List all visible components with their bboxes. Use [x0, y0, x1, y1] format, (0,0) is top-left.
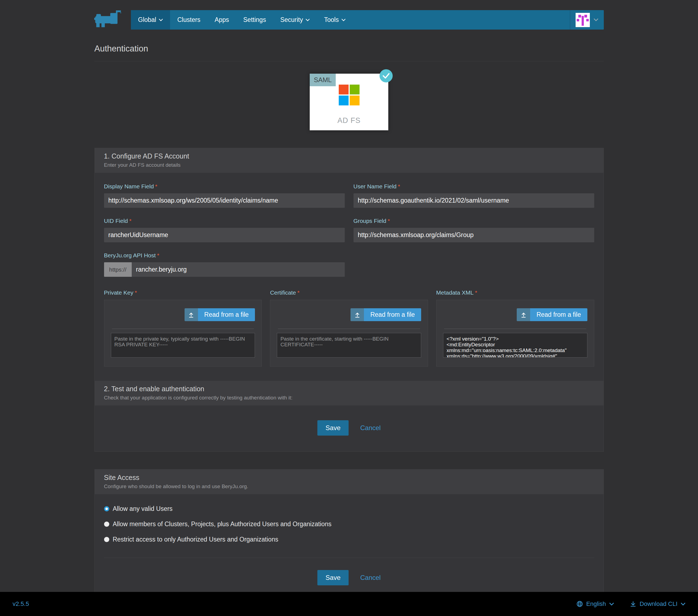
radio-button [104, 521, 109, 527]
radio-restrict-authorized-only[interactable]: Restrict access to only Authorized Users… [104, 536, 594, 543]
configure-section: 1. Configure AD FS Account Enter your AD… [95, 148, 604, 452]
saml-tag-badge: SAML [310, 74, 336, 86]
private-key-label: Private Key* [104, 289, 262, 296]
configure-form: Display Name Field* User Name Field* UID… [95, 173, 603, 277]
private-key-panel: Read from a file [104, 300, 262, 367]
required-marker: * [135, 289, 137, 296]
nav-item-tools[interactable]: Tools [317, 10, 353, 30]
private-key-read-file-button[interactable]: Read from a file [184, 308, 255, 321]
test-section-header: 2. Test and enable authentication Check … [95, 381, 603, 405]
user-name-input[interactable] [353, 193, 594, 208]
radio-label: Allow any valid Users [113, 505, 173, 513]
save-button[interactable]: Save [317, 570, 349, 585]
download-icon [630, 601, 637, 607]
radio-label: Restrict access to only Authorized Users… [113, 536, 279, 543]
auth-provider-row: SAML AD FS [95, 74, 604, 130]
save-button[interactable]: Save [317, 420, 349, 436]
groups-input[interactable] [353, 228, 594, 242]
radio-button-selected [104, 506, 109, 512]
required-marker: * [297, 289, 299, 296]
cancel-link[interactable]: Cancel [360, 574, 381, 582]
panel-divider [278, 328, 420, 329]
private-key-textarea[interactable] [111, 333, 255, 358]
page-title: Authentication [95, 44, 604, 61]
microsoft-logo-icon [339, 85, 360, 106]
microsoft-logo-yellow-square [350, 96, 360, 106]
radio-allow-any-valid-users[interactable]: Allow any valid Users [104, 505, 594, 513]
display-name-input[interactable] [104, 193, 345, 208]
language-label: English [586, 600, 606, 607]
label-text: Groups Field [353, 218, 386, 224]
display-name-field-group: Display Name Field* [104, 183, 345, 208]
metadata-xml-textarea[interactable]: <?xml version="1.0"?> <md:EntityDescript… [443, 333, 587, 358]
display-name-label: Display Name Field* [104, 183, 345, 190]
user-avatar [576, 13, 590, 27]
section-subtitle: Configure who should be allowed to log i… [104, 484, 594, 490]
download-cli-label: Download CLI [640, 600, 678, 607]
language-selector[interactable]: English [576, 600, 614, 607]
nav-item-settings[interactable]: Settings [236, 10, 273, 30]
uid-input[interactable] [104, 228, 345, 242]
required-marker: * [129, 218, 131, 224]
nav-item-clusters[interactable]: Clusters [170, 10, 207, 30]
certificate-panel: Read from a file [270, 300, 428, 367]
api-host-label: BeryJu.org API Host* [104, 252, 345, 259]
radio-label: Allow members of Clusters, Projects, plu… [113, 520, 332, 528]
certificate-label: Certificate* [270, 289, 428, 296]
label-text: Certificate [270, 289, 296, 296]
chevron-down-icon [609, 603, 614, 606]
provider-card-adfs[interactable]: SAML AD FS [310, 74, 388, 130]
user-name-field-group: User Name Field* [353, 183, 594, 208]
top-bar: Global Clusters Apps Settings Security T… [0, 0, 698, 36]
certificate-read-file-button[interactable]: Read from a file [350, 308, 421, 321]
chevron-down-icon [341, 19, 346, 22]
microsoft-logo-red-square [339, 85, 349, 95]
site-access-section: Site Access Configure who should be allo… [95, 469, 604, 599]
nav-item-global[interactable]: Global [131, 10, 170, 30]
rancher-logo-icon [94, 10, 123, 30]
panel-divider [112, 328, 254, 329]
label-text: BeryJu.org API Host [104, 252, 156, 258]
radio-allow-members-clusters-projects[interactable]: Allow members of Clusters, Projects, plu… [104, 520, 594, 528]
uid-label: UID Field* [104, 218, 345, 224]
label-text: Metadata XML [436, 289, 474, 296]
https-prefix-addon: https:// [104, 262, 132, 277]
upload-icon [184, 308, 198, 321]
provider-name: AD FS [310, 116, 388, 125]
download-cli-menu[interactable]: Download CLI [630, 600, 685, 607]
chevron-down-icon [159, 19, 163, 22]
metadata-xml-panel: Read from a file <?xml version="1.0"?> <… [436, 300, 594, 367]
certificate-textarea[interactable] [277, 333, 421, 358]
metadata-xml-read-file-button[interactable]: Read from a file [517, 308, 587, 321]
section-subtitle: Enter your AD FS account details [104, 162, 594, 168]
nav-item-label: Security [280, 16, 303, 24]
required-marker: * [398, 183, 400, 190]
user-menu-button[interactable] [570, 10, 604, 30]
api-host-input[interactable] [132, 262, 345, 277]
nav-item-label: Tools [324, 16, 339, 24]
required-marker: * [157, 252, 159, 258]
read-file-button-label: Read from a file [364, 308, 421, 321]
version-link[interactable]: v2.5.5 [13, 600, 29, 607]
footer: v2.5.5 English Download CLI [0, 592, 698, 616]
cancel-link[interactable]: Cancel [360, 424, 381, 432]
label-text: User Name Field [353, 183, 397, 190]
chevron-down-icon [681, 603, 685, 606]
check-circle-icon [379, 69, 393, 82]
section-title: 1. Configure AD FS Account [104, 152, 594, 160]
nav-item-security[interactable]: Security [273, 10, 317, 30]
grid-spacer [353, 252, 594, 277]
read-file-button-label: Read from a file [530, 308, 587, 321]
microsoft-logo-green-square [350, 85, 360, 95]
groups-field-group: Groups Field* [353, 218, 594, 242]
nav-item-apps[interactable]: Apps [208, 10, 236, 30]
chevron-down-icon [594, 18, 598, 22]
uid-field-group: UID Field* [104, 218, 345, 242]
nav-item-label: Apps [215, 16, 229, 24]
user-name-label: User Name Field* [353, 183, 594, 190]
private-key-panel-group: Private Key* Read from a file [104, 289, 262, 367]
radio-button [104, 537, 109, 542]
site-access-options: Allow any valid Users Allow members of C… [95, 494, 603, 553]
required-marker: * [155, 183, 157, 190]
microsoft-logo-blue-square [339, 96, 349, 106]
